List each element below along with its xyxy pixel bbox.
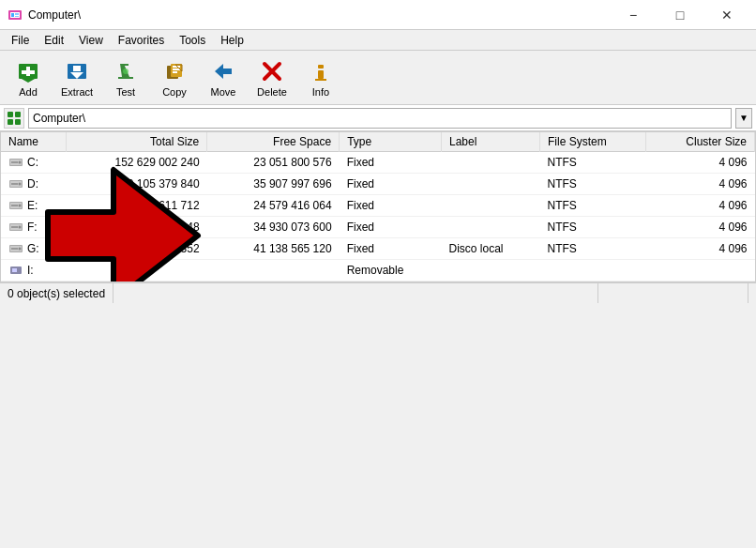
drive-total-size-cell: 80 071 528 448 [66, 217, 207, 238]
menu-file[interactable]: File [4, 32, 37, 49]
svg-rect-46 [11, 226, 18, 228]
table-row[interactable]: C:152 629 002 24023 051 800 576FixedNTFS… [1, 152, 755, 174]
svg-rect-38 [11, 183, 18, 185]
drive-filesystem-cell: NTFS [540, 174, 646, 195]
drive-name-text: I: [27, 264, 34, 277]
table-row[interactable]: F:80 071 528 44834 930 073 600FixedNTFS4… [1, 217, 755, 238]
svg-rect-42 [11, 205, 18, 206]
drive-total-size-cell: 500 105 379 840 [66, 174, 207, 195]
table-row[interactable]: G:957 060 35241 138 565 120FixedDisco lo… [1, 238, 755, 260]
svg-rect-4 [15, 16, 19, 17]
svg-rect-7 [22, 70, 35, 74]
drive-filesystem-cell: NTFS [540, 217, 646, 238]
svg-marker-20 [215, 64, 232, 79]
col-cluster-size[interactable]: Cluster Size [646, 132, 755, 152]
svg-point-49 [19, 248, 22, 251]
col-total-size[interactable]: Total Size [66, 132, 207, 152]
col-type[interactable]: Type [340, 132, 442, 152]
drive-icon [8, 155, 23, 170]
copy-button[interactable]: Copy [152, 54, 197, 101]
maximize-button[interactable]: □ [658, 0, 702, 30]
table-row[interactable]: D:500 105 379 84035 907 997 696FixedNTFS… [1, 174, 755, 195]
drive-free-space-cell: 34 930 073 600 [207, 217, 340, 238]
status-section3 [598, 283, 748, 303]
drive-icon [8, 220, 23, 235]
title-bar-controls: − □ ✕ [612, 0, 748, 30]
info-icon [308, 58, 334, 84]
svg-rect-12 [123, 64, 129, 66]
delete-label: Delete [257, 86, 287, 98]
drive-cluster-size-cell: 4 096 [646, 152, 755, 174]
drive-free-space-cell: 41 138 565 120 [207, 238, 340, 260]
table-row[interactable]: I:Removable [1, 260, 755, 282]
drive-name-text: D: [27, 177, 38, 190]
drive-icon [8, 263, 23, 278]
drive-name-cell: I: [1, 260, 66, 282]
delete-icon [259, 58, 285, 84]
drive-label-cell [441, 260, 539, 282]
move-icon [210, 58, 236, 84]
address-dropdown[interactable]: ▼ [735, 108, 752, 129]
add-icon [15, 58, 41, 84]
svg-rect-24 [318, 70, 324, 79]
close-button[interactable]: ✕ [705, 0, 748, 30]
drive-filesystem-cell: NTFS [540, 152, 646, 174]
menu-tools[interactable]: Tools [172, 32, 213, 49]
title-bar: Computer\ − □ ✕ [0, 0, 756, 30]
file-table: Name Total Size Free Space Type Label Fi… [1, 132, 755, 282]
col-filesystem[interactable]: File System [540, 132, 646, 152]
table-row[interactable]: E:166 426 611 71224 579 416 064FixedNTFS… [1, 195, 755, 217]
menu-help[interactable]: Help [213, 32, 251, 49]
drive-free-space-cell: 24 579 416 064 [207, 195, 340, 217]
menu-edit[interactable]: Edit [37, 32, 71, 49]
minimize-button[interactable]: − [612, 0, 655, 30]
col-label[interactable]: Label [441, 132, 539, 152]
drive-label-cell [441, 217, 539, 238]
svg-rect-27 [15, 112, 21, 117]
menu-favorites[interactable]: Favorites [111, 32, 172, 49]
address-input[interactable] [28, 108, 732, 129]
drive-icon [8, 241, 23, 256]
move-button[interactable]: Move [201, 54, 246, 101]
drive-label-cell: Disco local [441, 238, 539, 260]
drive-name-cell: F: [1, 217, 66, 238]
drive-name-text: E: [27, 199, 38, 212]
svg-rect-50 [11, 248, 18, 250]
svg-point-37 [19, 183, 22, 186]
delete-button[interactable]: Delete [249, 54, 295, 101]
drive-free-space-cell: 35 907 997 696 [207, 174, 340, 195]
svg-point-41 [19, 205, 22, 207]
drive-type-cell: Removable [340, 260, 442, 282]
svg-rect-3 [15, 13, 19, 15]
table-header-row: Name Total Size Free Space Type Label Fi… [1, 132, 755, 152]
drive-total-size-cell: 957 060 352 [66, 238, 207, 260]
drive-type-cell: Fixed [340, 174, 442, 195]
svg-rect-29 [15, 119, 21, 125]
drive-label-cell [441, 195, 539, 217]
svg-rect-2 [11, 13, 14, 17]
drive-type-cell: Fixed [340, 217, 442, 238]
info-label: Info [312, 86, 329, 98]
address-bar: ▼ [0, 105, 756, 131]
test-icon [113, 58, 139, 84]
window-icon [8, 8, 23, 23]
add-button[interactable]: Add [6, 54, 51, 101]
info-button[interactable]: Info [298, 54, 343, 101]
drive-icon [8, 198, 23, 213]
test-button[interactable]: Test [103, 54, 148, 101]
col-free-space[interactable]: Free Space [207, 132, 340, 152]
svg-rect-28 [8, 119, 13, 125]
file-table-body: C:152 629 002 24023 051 800 576FixedNTFS… [1, 152, 755, 282]
svg-rect-23 [318, 65, 324, 68]
svg-point-45 [19, 226, 22, 229]
drive-free-space-cell [207, 260, 340, 282]
toolbar: Add Extract Test [0, 51, 756, 105]
menu-view[interactable]: View [71, 32, 111, 49]
drive-cluster-size-cell: 4 096 [646, 217, 755, 238]
col-name[interactable]: Name [1, 132, 66, 152]
extract-button[interactable]: Extract [54, 54, 99, 101]
extract-icon [64, 58, 90, 84]
address-nav-icon[interactable] [4, 108, 24, 129]
copy-label: Copy [162, 86, 187, 98]
drive-name-text: G: [27, 242, 39, 255]
